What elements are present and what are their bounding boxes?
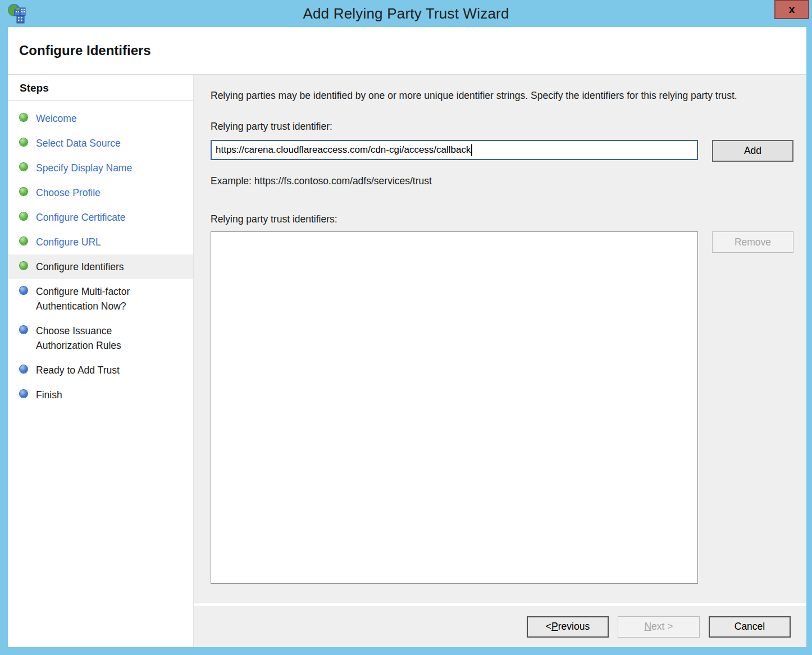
step-bullet-icon	[20, 390, 28, 398]
step-item: Choose Issuance Authorization Rules	[8, 319, 193, 358]
identifiers-listbox[interactable]	[211, 231, 698, 584]
cancel-button[interactable]: Cancel	[709, 616, 791, 638]
identifiers-list-label: Relying party trust identifiers:	[211, 213, 793, 225]
step-label: Choose Issuance Authorization Rules	[36, 324, 157, 353]
step-label: Ready to Add Trust	[36, 363, 120, 377]
page-header: Configure Identifiers	[8, 27, 806, 74]
window-title: Add Relying Party Trust Wizard	[0, 5, 812, 22]
step-label: Finish	[36, 388, 62, 402]
next-button[interactable]: Next >	[618, 616, 700, 638]
text-caret	[471, 144, 472, 156]
steps-sidebar: Steps Welcome Select Data Source Specify…	[8, 75, 194, 647]
step-bullet-icon	[20, 237, 28, 245]
step-label: Specify Display Name	[36, 161, 132, 175]
step-item[interactable]: Configure URL	[8, 230, 193, 254]
close-button[interactable]: x	[774, 0, 809, 19]
steps-list: Welcome Select Data Source Specify Displ…	[8, 106, 193, 407]
remove-button[interactable]: Remove	[712, 231, 793, 253]
step-bullet-icon	[20, 365, 28, 373]
identifier-label: Relying party trust identifier:	[211, 121, 793, 133]
example-text: Example: https://fs.contoso.com/adfs/ser…	[211, 175, 793, 187]
footer-bar: < Previous Next > Cancel	[194, 603, 806, 647]
step-bullet-icon	[20, 286, 28, 294]
step-bullet-icon	[20, 212, 28, 220]
step-bullet-icon	[20, 188, 28, 195]
step-bullet-icon	[20, 262, 28, 270]
add-button[interactable]: Add	[712, 140, 793, 162]
step-item: Ready to Add Trust	[8, 358, 193, 383]
step-label: Configure Identifiers	[36, 260, 124, 274]
step-label: Configure URL	[36, 235, 101, 249]
step-bullet-icon	[20, 138, 28, 146]
step-label: Configure Certificate	[36, 210, 126, 225]
step-item[interactable]: Configure Certificate	[8, 205, 193, 230]
close-icon: x	[789, 3, 795, 16]
step-item[interactable]: Specify Display Name	[8, 156, 193, 180]
step-item[interactable]: Configure Identifiers	[8, 254, 193, 279]
intro-text: Relying parties may be identified by one…	[211, 88, 789, 103]
step-item[interactable]: Choose Profile	[8, 180, 193, 205]
step-label: Welcome	[36, 111, 77, 126]
step-bullet-icon	[20, 326, 28, 334]
step-bullet-icon	[20, 163, 28, 171]
step-item: Finish	[8, 383, 193, 407]
step-label: Choose Profile	[36, 185, 101, 200]
step-label: Configure Multi-factor Authentication No…	[36, 284, 157, 313]
identifier-input[interactable]: https://carena.cloudflareaccess.com/cdn-…	[211, 140, 698, 160]
step-item: Configure Multi-factor Authentication No…	[8, 279, 193, 319]
step-item[interactable]: Select Data Source	[8, 131, 193, 156]
main-panel: Relying parties may be identified by one…	[194, 75, 806, 647]
step-bullet-icon	[20, 113, 28, 121]
wizard-window: Configure Identifiers Steps Welcome Sele…	[8, 27, 806, 647]
identifier-input-value: https://carena.cloudflareaccess.com/cdn-…	[216, 144, 471, 156]
previous-button[interactable]: < Previous	[527, 616, 609, 638]
step-item[interactable]: Welcome	[8, 106, 193, 131]
steps-heading: Steps	[8, 75, 193, 101]
step-label: Select Data Source	[36, 136, 121, 151]
page-title: Configure Identifiers	[19, 43, 151, 58]
titlebar: Add Relying Party Trust Wizard x	[0, 0, 812, 27]
